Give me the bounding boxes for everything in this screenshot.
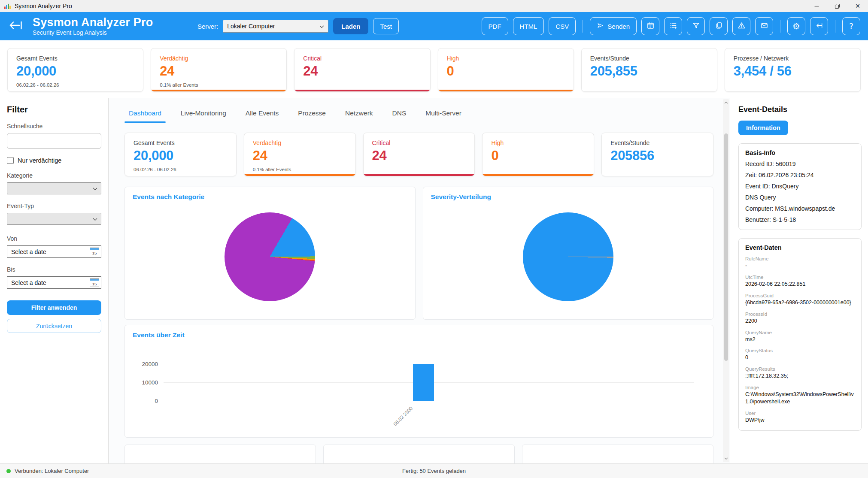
stat-card-verd-chtig: Verdächtig 24 0.1% aller Events <box>151 48 287 92</box>
bar-gridline <box>164 401 694 401</box>
event-data-field-label: QueryResults <box>745 366 855 372</box>
stat-underline <box>244 174 355 176</box>
calendar-icon[interactable]: 15 <box>90 248 99 256</box>
gear-icon-button[interactable]: ⚙ <box>787 17 805 35</box>
window-controls: ✕ <box>806 0 868 12</box>
close-button[interactable]: ✕ <box>847 0 868 12</box>
event-data-field-label: RuleName <box>745 256 855 261</box>
gear-icon: ⚙ <box>792 22 800 30</box>
dashboard-stats-row: Gesamt Events 20,000 06.02.26 - 06.02.26… <box>124 133 713 176</box>
from-date-input[interactable]: Select a date 15 <box>7 245 101 258</box>
export-csv-button[interactable]: CSV <box>549 17 576 35</box>
test-button[interactable]: Test <box>373 18 399 34</box>
stat-card-prozesse-netzwerk: Prozesse / Netzwerk 3,454 / 56 <box>725 48 861 92</box>
tab-dns[interactable]: DNS <box>388 107 411 123</box>
help-icon-button[interactable]: ? <box>842 17 860 35</box>
stat-value: 20,000 <box>16 64 134 79</box>
tab-alle-events[interactable]: Alle Events <box>241 107 283 123</box>
header-divider <box>583 20 583 33</box>
filter-icon <box>692 21 700 31</box>
category-chart-card: Events nach Kategorie <box>124 187 416 320</box>
stat-value: 0 <box>491 148 585 163</box>
tab-prozesse[interactable]: Prozesse <box>294 107 330 123</box>
export-pdf-button[interactable]: PDF <box>482 17 508 35</box>
tasklist-icon-button[interactable] <box>664 17 682 35</box>
header-divider <box>780 20 780 33</box>
clipped-card <box>522 445 713 463</box>
stat-label: Critical <box>303 55 421 62</box>
event-data-field-value: {6bcda979-65a2-6986-3502-000000001e00} <box>745 299 855 306</box>
load-button[interactable]: Laden <box>333 18 368 34</box>
search-input[interactable] <box>7 133 101 149</box>
warning-icon-button[interactable] <box>732 17 750 35</box>
filter-title: Filter <box>7 105 101 115</box>
timeline-chart-card: Events über Zeit 20000 10000 006.02 2300 <box>124 325 713 438</box>
event-data-field: RuleName - <box>745 256 855 269</box>
stat-card-gesamt-events: Gesamt Events 20,000 06.02.26 - 06.02.26 <box>124 133 237 176</box>
event-data-field-value: ::ffff:172.18.32.35; <box>745 372 855 380</box>
tab-dashboard[interactable]: Dashboard <box>124 107 166 123</box>
copy-icon-button[interactable] <box>710 17 728 35</box>
scroll-down-icon[interactable] <box>723 455 729 462</box>
chevron-down-icon <box>93 215 97 223</box>
chart-title: Severity-Verteilung <box>431 193 706 201</box>
top-stats-row: Gesamt Events 20,000 06.02.26 - 06.02.26… <box>0 40 868 98</box>
event-data-field-label: UtcTime <box>745 275 855 280</box>
apply-filter-button[interactable]: Filter anwenden <box>7 300 101 315</box>
main-content: DashboardLive-MonitoringAlle EventsProze… <box>109 98 730 463</box>
calendar-icon[interactable]: 15 <box>90 278 99 287</box>
load-status-text: Fertig: 50 Events geladen <box>402 468 466 474</box>
stat-card-high: High 0 <box>438 48 574 92</box>
reset-filter-button[interactable]: Zurücksetzen <box>7 319 101 333</box>
eventtype-select[interactable] <box>7 213 101 225</box>
from-label: Von <box>7 235 101 242</box>
export-html-button[interactable]: HTML <box>513 17 544 35</box>
tab-netzwerk[interactable]: Netzwerk <box>341 107 377 123</box>
event-details-title: Event-Details <box>738 105 862 114</box>
app-title: Sysmon Analyzer Pro <box>33 16 153 29</box>
to-date-input[interactable]: Select a date 15 <box>7 276 101 289</box>
stat-underline <box>364 174 475 176</box>
maximize-button[interactable] <box>827 0 847 12</box>
stat-value: 24 <box>372 148 466 163</box>
suspicious-only-row[interactable]: Nur verdächtige <box>7 157 101 164</box>
event-data-title: Event-Daten <box>745 244 855 251</box>
checkbox-icon[interactable] <box>7 157 14 164</box>
event-data-field-label: QueryName <box>745 330 855 335</box>
stat-card-critical: Critical 24 <box>363 133 475 176</box>
tab-live-monitoring[interactable]: Live-Monitoring <box>176 107 231 123</box>
return-icon-button[interactable] <box>810 17 828 35</box>
event-data-field-label: User <box>745 411 855 416</box>
stat-card-high: High 0 <box>482 133 594 176</box>
basis-info-line: Record ID: 560019 <box>745 160 855 167</box>
event-data-field: Image C:\Windows\System32\WindowsPowerSh… <box>745 385 855 405</box>
filter-icon-button[interactable] <box>687 17 705 35</box>
scrollbar-thumb[interactable] <box>724 133 728 361</box>
calendar-icon-button[interactable] <box>641 17 659 35</box>
minimize-button[interactable] <box>806 0 827 12</box>
mail-icon <box>760 21 768 31</box>
calendar-icon <box>646 21 655 31</box>
stat-underline <box>483 174 594 176</box>
to-label: Bis <box>7 266 101 273</box>
stat-value: 24 <box>303 64 421 79</box>
stat-sub: 06.02.26 - 06.02.26 <box>134 167 228 172</box>
stat-value: 24 <box>160 64 278 79</box>
back-button[interactable] <box>6 17 27 35</box>
information-button[interactable]: Information <box>738 121 788 135</box>
server-select[interactable]: Lokaler Computer <box>223 20 328 33</box>
stat-value: 205856 <box>610 148 704 163</box>
chart-title: Events über Zeit <box>133 331 705 339</box>
send-button[interactable]: Senden <box>590 17 637 35</box>
basis-info-line: Computer: MS1.windowspapst.de <box>745 205 855 212</box>
scroll-up-icon[interactable] <box>723 99 729 106</box>
stat-label: Critical <box>372 139 466 146</box>
category-select[interactable] <box>7 182 101 194</box>
event-data-field-value: 2200 <box>745 318 855 325</box>
tab-multi-server[interactable]: Multi-Server <box>421 107 466 123</box>
content-scrollbar[interactable] <box>723 99 729 462</box>
mail-icon-button[interactable] <box>755 17 773 35</box>
event-data-field-value: 2026-02-06 22:05:22.851 <box>745 281 855 288</box>
stat-value: 24 <box>253 148 347 163</box>
stat-value: 20,000 <box>134 148 228 163</box>
